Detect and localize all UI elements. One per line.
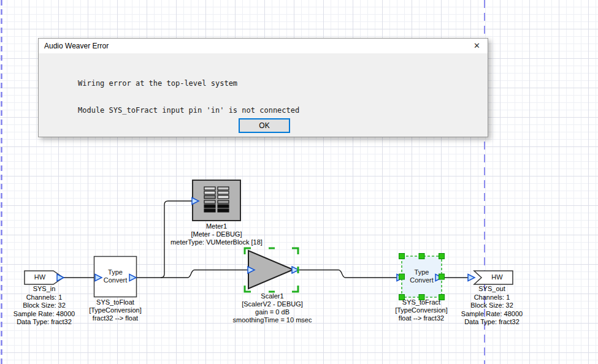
- scaler-labels: Scaler1 [ScalerV2 - DEBUG] gain = 0 dB s…: [217, 292, 328, 324]
- wire-scaler-to-tofract[interactable]: [299, 270, 397, 278]
- error-dialog: Audio Weaver Error ✕ Wiring error at the…: [38, 38, 488, 137]
- module-class-label: [ScalerV2 - DEBUG]: [217, 300, 328, 308]
- tofract-shape-label: Type Convert: [402, 268, 442, 284]
- module-name-label: Meter1: [155, 222, 278, 230]
- schematic-canvas[interactable]: HW Type Convert Type Convert HW SYS_in C…: [0, 0, 598, 364]
- module-prop-label: Sample Rate: 48000: [7, 310, 81, 319]
- module-name-label: SYS_in: [7, 285, 81, 294]
- module-detail-label: smoothingTime = 10 msec: [217, 316, 328, 324]
- module-prop-label: Data Type: fract32: [455, 318, 529, 327]
- tofloat-shape-label: Type Convert: [94, 268, 137, 284]
- module-prop-label: Sample Rate: 48000: [455, 310, 529, 319]
- module-prop-label: Channels: 1: [455, 294, 529, 302]
- scaler-block[interactable]: [248, 251, 293, 289]
- meter-block[interactable]: [193, 180, 240, 221]
- module-prop-label: Data Type: fract32: [7, 318, 81, 327]
- module-class-label: [TypeConversion]: [72, 306, 158, 314]
- wire-tofloat-to-scaler[interactable]: [136, 270, 248, 278]
- tofloat-labels: SYS_toFloat [TypeConversion] fract32 -->…: [72, 298, 158, 322]
- module-detail-label: fract32 --> float: [72, 314, 158, 322]
- module-prop-label: Block Size: 32: [455, 301, 529, 310]
- module-detail-label: gain = 0 dB: [217, 308, 328, 316]
- hw-output-shape-label: HW: [481, 273, 513, 281]
- close-icon[interactable]: ✕: [473, 39, 480, 53]
- dialog-title: Audio Weaver Error: [44, 39, 109, 53]
- module-prop-label: Channels: 1: [7, 294, 81, 302]
- hw-input-shape-label: HW: [25, 273, 55, 281]
- hw-input-labels: SYS_in Channels: 1 Block Size: 32 Sample…: [7, 285, 81, 327]
- hw-output-labels: SYS_out Channels: 1 Block Size: 32 Sampl…: [455, 285, 529, 327]
- module-class-label: [Meter - DEBUG]: [155, 230, 278, 238]
- module-name-label: SYS_toFloat: [72, 298, 158, 306]
- dialog-message-line: Wiring error at the top-level system: [78, 79, 299, 88]
- module-prop-label: Block Size: 32: [7, 301, 81, 310]
- module-name-label: SYS_out: [455, 285, 529, 294]
- input-pin-icon[interactable]: [468, 275, 475, 281]
- module-name-label: Scaler1: [217, 292, 328, 300]
- dialog-titlebar[interactable]: Audio Weaver Error ✕: [39, 39, 488, 53]
- meter-labels: Meter1 [Meter - DEBUG] meterType: VUMete…: [155, 222, 278, 246]
- module-detail-label: meterType: VUMeterBlock [18]: [155, 238, 278, 246]
- dialog-message-line: Module SYS_toFract input pin 'in' is not…: [78, 106, 299, 115]
- ok-button[interactable]: OK: [239, 118, 290, 133]
